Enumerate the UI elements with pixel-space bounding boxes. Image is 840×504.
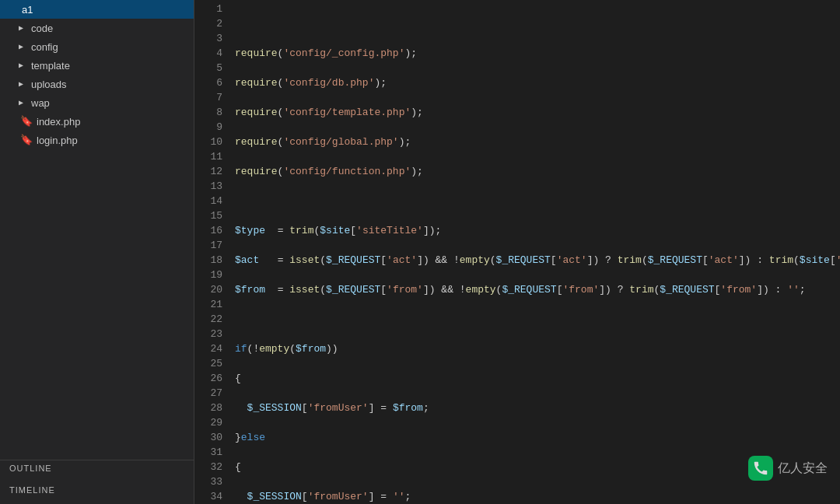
sidebar-item-a1[interactable]: a1 [0, 0, 194, 19]
code-line-15: }else [235, 430, 840, 445]
line-numbers: 12345 678910 1112131415 1617181920 21222… [194, 0, 229, 504]
arrow-icon: ▶ [19, 23, 28, 33]
sidebar-item-uploads[interactable]: ▶ uploads [0, 75, 194, 93]
code-line-11 [235, 312, 840, 327]
sidebar-item-label: wap [31, 97, 50, 109]
editor: 12345 678910 1112131415 1617181920 21222… [194, 0, 840, 504]
code-line-10: $from = isset($_REQUEST['from']) && !emp… [235, 282, 840, 297]
code-line-13: { [235, 371, 840, 386]
code-line-9: $act = isset($_REQUEST['act']) && !empty… [235, 253, 840, 268]
sidebar-item-code[interactable]: ▶ code [0, 19, 194, 37]
arrow-icon: ▶ [19, 42, 28, 51]
php-file-icon: 🔖 [20, 115, 33, 128]
timeline-label: TIMELINE [0, 482, 194, 498]
code-line-4: require('config/template.php'); [235, 105, 840, 120]
outline-label: OUTLINE [0, 460, 194, 476]
code-line-17: $_SESSION['fromUser'] = ''; [235, 489, 840, 504]
code-line-1 [235, 16, 840, 31]
watermark: 亿人安全 [748, 456, 828, 481]
code-line-5: require('config/global.php'); [235, 135, 840, 149]
code-line-3: require('config/db.php'); [235, 75, 840, 90]
sidebar-item-login-php[interactable]: 🔖 login.php [0, 131, 194, 149]
sidebar-item-label: uploads [31, 79, 67, 90]
sidebar-item-wap[interactable]: ▶ wap [0, 93, 194, 112]
sidebar-item-label: template [31, 60, 70, 72]
arrow-icon: ▶ [19, 98, 28, 107]
code-line-6: require('config/function.php'); [235, 164, 840, 179]
sidebar-item-label: config [31, 41, 58, 53]
sidebar-item-label: code [31, 23, 53, 34]
code-line-8: $type = trim($site['siteTitle']); [235, 223, 840, 238]
sidebar-bottom: OUTLINE TIMELINE [0, 460, 194, 504]
arrow-icon: ▶ [19, 79, 28, 89]
code-line-2: require('config/_config.php'); [235, 46, 840, 61]
sidebar-item-template[interactable]: ▶ template [0, 56, 194, 75]
sidebar-item-label: index.php [37, 116, 80, 128]
php-file-icon: 🔖 [20, 134, 33, 146]
watermark-icon [748, 456, 773, 481]
sidebar-item-label: a1 [22, 4, 33, 16]
code-editor[interactable]: require('config/_config.php'); require('… [229, 0, 840, 504]
code-line-12: if(!empty($from)) [235, 341, 840, 356]
sidebar: a1 ▶ code ▶ config ▶ template ▶ uploads … [0, 0, 194, 504]
sidebar-item-config[interactable]: ▶ config [0, 37, 194, 56]
watermark-text: 亿人安全 [778, 460, 828, 477]
code-area[interactable]: 12345 678910 1112131415 1617181920 21222… [194, 0, 840, 504]
code-line-14: $_SESSION['fromUser'] = $from; [235, 401, 840, 415]
sidebar-item-label: login.php [37, 135, 78, 146]
code-line-7 [235, 194, 840, 208]
arrow-icon: ▶ [19, 61, 28, 70]
sidebar-item-index-php[interactable]: 🔖 index.php [0, 112, 194, 131]
